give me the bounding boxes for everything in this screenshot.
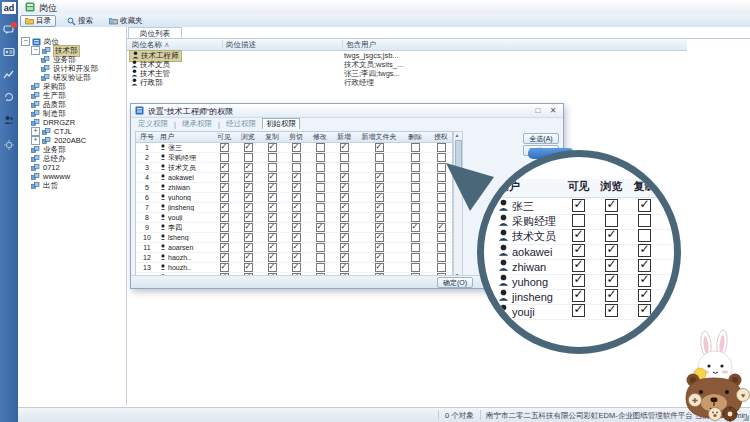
permission-checkbox[interactable]: [244, 253, 253, 262]
permission-checkbox[interactable]: [268, 193, 277, 202]
dialog-tab-2[interactable]: 继承权限: [179, 119, 215, 129]
permission-checkbox[interactable]: [220, 253, 229, 262]
permission-column-header[interactable]: 修改: [308, 132, 332, 142]
tree-expander-icon[interactable]: −: [31, 46, 40, 55]
permission-checkbox[interactable]: [375, 163, 384, 172]
tree-expander-icon[interactable]: +: [31, 136, 40, 145]
permission-checkbox[interactable]: [411, 183, 420, 192]
dialog-tab-4[interactable]: 初始权限: [262, 118, 300, 129]
permission-checkbox[interactable]: [316, 163, 325, 172]
permission-row[interactable]: 1张三: [136, 143, 452, 153]
permission-checkbox[interactable]: [292, 163, 301, 172]
permission-checkbox[interactable]: [411, 253, 420, 262]
permission-checkbox[interactable]: [244, 243, 253, 252]
permission-checkbox[interactable]: [411, 173, 420, 182]
chart-icon[interactable]: [3, 69, 15, 81]
permission-checkbox[interactable]: [292, 173, 301, 182]
permission-checkbox[interactable]: [268, 203, 277, 212]
tree-item-2020ABC[interactable]: +2020ABC: [18, 136, 126, 145]
permission-checkbox[interactable]: [316, 203, 325, 212]
permission-checkbox[interactable]: [375, 173, 384, 182]
permission-checkbox[interactable]: [375, 203, 384, 212]
tree-item-总经办[interactable]: 总经办: [18, 154, 126, 163]
permission-checkbox[interactable]: [316, 253, 325, 262]
tab-favorites[interactable]: 收藏夹: [104, 15, 148, 27]
tab-directory[interactable]: 目录: [20, 15, 56, 27]
permission-column-header[interactable]: 删除: [402, 132, 428, 142]
permission-checkbox[interactable]: [411, 163, 420, 172]
permission-checkbox[interactable]: [268, 253, 277, 262]
permission-checkbox[interactable]: [411, 263, 420, 272]
permission-column-header[interactable]: 新增: [332, 132, 356, 142]
permission-checkbox[interactable]: [292, 213, 301, 222]
permission-checkbox[interactable]: [244, 173, 253, 182]
dialog-tab-1[interactable]: 定义权限: [135, 119, 171, 129]
permission-checkbox[interactable]: [268, 213, 277, 222]
permission-checkbox[interactable]: [316, 153, 325, 162]
permission-column-header[interactable]: 浏览: [236, 132, 260, 142]
permission-checkbox[interactable]: [220, 243, 229, 252]
permission-checkbox[interactable]: [437, 263, 446, 272]
permission-checkbox[interactable]: [244, 213, 253, 222]
permission-column-header[interactable]: 用户: [158, 132, 212, 142]
permission-checkbox[interactable]: [375, 193, 384, 202]
permission-checkbox[interactable]: [292, 183, 301, 192]
permission-checkbox[interactable]: [292, 243, 301, 252]
permission-checkbox[interactable]: [340, 233, 349, 242]
permission-checkbox[interactable]: [244, 193, 253, 202]
permission-checkbox[interactable]: [268, 173, 277, 182]
permission-checkbox[interactable]: [244, 223, 253, 232]
permission-checkbox[interactable]: [268, 143, 277, 152]
permission-row[interactable]: 10lsheng: [136, 233, 452, 243]
permission-row[interactable]: 2采购经理: [136, 153, 452, 163]
permission-checkbox[interactable]: [220, 173, 229, 182]
tree-item-0712[interactable]: 0712: [18, 163, 126, 172]
permission-checkbox[interactable]: [316, 243, 325, 252]
permission-column-header[interactable]: 可见: [212, 132, 236, 142]
permission-checkbox[interactable]: [268, 263, 277, 272]
permission-checkbox[interactable]: [316, 263, 325, 272]
permission-checkbox[interactable]: [340, 173, 349, 182]
permission-checkbox[interactable]: [340, 243, 349, 252]
column-position-name[interactable]: 岗位名称 ∧: [129, 40, 170, 49]
permission-checkbox[interactable]: [411, 243, 420, 252]
chat-icon[interactable]: [3, 24, 15, 36]
permission-row[interactable]: 7jinsheng: [136, 203, 452, 213]
permission-checkbox[interactable]: [437, 233, 446, 242]
permission-checkbox[interactable]: [244, 153, 253, 162]
permission-row[interactable]: 13houzh..: [136, 263, 452, 273]
permission-checkbox[interactable]: [268, 233, 277, 242]
permission-checkbox[interactable]: [340, 203, 349, 212]
permission-checkbox[interactable]: [220, 153, 229, 162]
position-row[interactable]: 技术工程师twgs_jsgcs;jsb...: [129, 51, 687, 60]
permission-checkbox[interactable]: [292, 263, 301, 272]
permission-checkbox[interactable]: [340, 183, 349, 192]
permission-checkbox[interactable]: [340, 253, 349, 262]
sync-icon[interactable]: [3, 91, 15, 103]
permission-checkbox[interactable]: [316, 223, 325, 232]
tree-item-研发验证部[interactable]: 研发验证部: [18, 73, 126, 82]
permission-row[interactable]: 9李四: [136, 223, 452, 233]
permission-checkbox[interactable]: [268, 153, 277, 162]
permission-checkbox[interactable]: [316, 143, 325, 152]
tree-item-生产部[interactable]: 生产部: [18, 91, 126, 100]
permission-column-header[interactable]: 复制: [260, 132, 284, 142]
permission-checkbox[interactable]: [411, 233, 420, 242]
permission-checkbox[interactable]: [316, 233, 325, 242]
column-position-desc[interactable]: 岗位描述: [222, 40, 256, 49]
permission-checkbox[interactable]: [411, 203, 420, 212]
permission-checkbox[interactable]: [375, 233, 384, 242]
permission-checkbox[interactable]: [375, 143, 384, 152]
permission-checkbox[interactable]: [375, 243, 384, 252]
permission-checkbox[interactable]: [244, 143, 253, 152]
column-contained-users[interactable]: 包含用户: [342, 40, 376, 49]
idcard-icon[interactable]: [3, 46, 15, 58]
permission-checkbox[interactable]: [411, 223, 420, 232]
permission-checkbox[interactable]: [411, 213, 420, 222]
permission-checkbox[interactable]: [244, 183, 253, 192]
tree-item-wwwww[interactable]: wwwww: [18, 172, 126, 181]
permission-checkbox[interactable]: [292, 233, 301, 242]
permission-checkbox[interactable]: [340, 213, 349, 222]
permission-checkbox[interactable]: [292, 203, 301, 212]
permission-checkbox[interactable]: [220, 233, 229, 242]
